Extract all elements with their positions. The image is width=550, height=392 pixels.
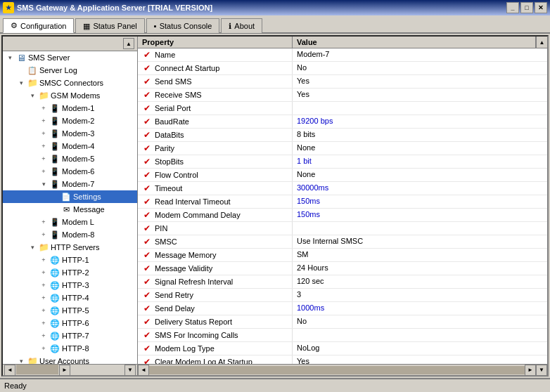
check-icon-8[interactable]: ✔ <box>142 157 152 166</box>
tree-item-modem-1[interactable]: +📱Modem-1 <box>3 102 137 115</box>
tree-item-sms-server[interactable]: ▾🖥SMS Server <box>3 51 137 64</box>
tree-item-modem-2[interactable]: +📱Modem-2 <box>3 115 137 127</box>
tree-item-modem-7-message[interactable]: ✉Message <box>3 203 137 216</box>
tree-item-modem-L[interactable]: +📱Modem L <box>3 216 137 228</box>
check-icon-11[interactable]: ✔ <box>142 197 152 207</box>
tree-expander-gsm-modems[interactable]: ▾ <box>27 90 38 101</box>
tree-expander-http-3[interactable]: + <box>38 280 49 291</box>
tree-item-gsm-modems[interactable]: ▾📁GSM Modems <box>3 89 137 102</box>
tree-item-http-7[interactable]: +🌐HTTP-7 <box>3 329 137 342</box>
tree-item-http-2[interactable]: +🌐HTTP-2 <box>3 266 137 279</box>
check-icon-16[interactable]: ✔ <box>142 263 152 273</box>
tree-item-modem-5[interactable]: +📱Modem-5 <box>3 152 137 165</box>
props-scroll-down[interactable]: ▼ <box>536 365 547 376</box>
tree-expander-http-servers[interactable]: ▾ <box>27 242 38 253</box>
props-property-label-11: Read Interval Timeout <box>155 197 231 206</box>
check-icon-20[interactable]: ✔ <box>142 317 152 327</box>
tree-item-http-servers[interactable]: ▾📁HTTP Servers <box>3 241 137 254</box>
tree-expander-http-4[interactable]: + <box>38 292 49 303</box>
props-h-right[interactable]: ► <box>525 365 536 376</box>
check-icon-6[interactable]: ✔ <box>142 130 152 140</box>
tree-expander-modem-5[interactable]: + <box>38 153 49 164</box>
check-icon-2[interactable]: ✔ <box>142 77 152 86</box>
tree-item-smsc-connectors[interactable]: ▾📁SMSC Connectors <box>3 77 137 89</box>
props-property-label-17: Signal Refresh Interval <box>155 277 233 286</box>
tree-item-user-accounts[interactable]: ▾📁User Accounts <box>3 355 137 364</box>
tree-expander-http-5[interactable]: + <box>38 305 49 316</box>
tree-item-modem-4[interactable]: +📱Modem-4 <box>3 140 137 152</box>
tree-item-http-6[interactable]: +🌐HTTP-6 <box>3 317 137 329</box>
tree-item-http-1[interactable]: +🌐HTTP-1 <box>3 254 137 266</box>
tab-about[interactable]: ℹ About <box>221 18 262 33</box>
tree-expander-http-8[interactable]: + <box>38 343 49 354</box>
tree-item-modem-3[interactable]: +📱Modem-3 <box>3 127 137 140</box>
tree-item-modem-7-settings[interactable]: 📄Settings <box>3 190 137 203</box>
check-icon-4[interactable]: ✔ <box>142 103 152 113</box>
tree-item-server-log[interactable]: 📋Server Log <box>3 64 137 77</box>
check-icon-12[interactable]: ✔ <box>142 210 152 220</box>
props-h-left[interactable]: ◄ <box>138 365 149 376</box>
tree-item-http-8[interactable]: +🌐HTTP-8 <box>3 342 137 355</box>
tree-icon-smsc-connectors: 📁 <box>27 77 38 89</box>
tree-label-modem-5: Modem-5 <box>62 155 94 163</box>
check-icon-15[interactable]: ✔ <box>142 250 152 260</box>
tree-expander-sms-server[interactable]: ▾ <box>4 52 15 63</box>
close-button[interactable]: ✕ <box>535 2 547 13</box>
tab-configuration[interactable]: ⚙ Configuration <box>3 18 74 33</box>
tree-expander-http-2[interactable]: + <box>38 267 49 278</box>
tab-status-panel[interactable]: ▦ Status Panel <box>75 18 144 33</box>
tree-expander-http-1[interactable]: + <box>38 254 49 266</box>
tree-scroll[interactable]: ▾🖥SMS Server📋Server Log▾📁SMSC Connectors… <box>3 51 137 364</box>
props-row-0: ✔ Name Modem-7 <box>138 48 547 62</box>
tree-expander-smsc-connectors[interactable]: ▾ <box>15 77 27 89</box>
check-icon-19[interactable]: ✔ <box>142 303 152 313</box>
props-property-12: ✔ Modem Command Delay <box>138 209 293 221</box>
tree-expander-modem-1[interactable]: + <box>38 103 49 114</box>
tree-item-http-5[interactable]: +🌐HTTP-5 <box>3 304 137 317</box>
check-icon-5[interactable]: ✔ <box>142 117 152 126</box>
tree-expander-http-7[interactable]: + <box>38 330 49 341</box>
check-icon-21[interactable]: ✔ <box>142 330 152 340</box>
tree-expander-modem-7[interactable]: ▾ <box>38 178 49 190</box>
tree-item-modem-8[interactable]: +📱Modem-8 <box>3 228 137 241</box>
props-property-10: ✔ Timeout <box>138 182 293 195</box>
check-icon-13[interactable]: ✔ <box>142 223 152 233</box>
maximize-button[interactable]: □ <box>520 2 533 13</box>
tab-status-console[interactable]: ▪ Status Console <box>146 18 220 33</box>
check-icon-18[interactable]: ✔ <box>142 290 152 300</box>
tree-scroll-up[interactable]: ▲ <box>123 38 134 49</box>
tree-expander-modem-6[interactable]: + <box>38 166 49 177</box>
props-scroll[interactable]: ✔ Name Modem-7 ✔ Connect At Startup No ✔… <box>138 48 547 364</box>
check-icon-7[interactable]: ✔ <box>142 143 152 153</box>
tree-h-left[interactable]: ◄ <box>4 365 15 376</box>
tree-expander-modem-4[interactable]: + <box>38 141 49 152</box>
tree-expander-user-accounts[interactable]: ▾ <box>15 355 27 364</box>
check-icon-22[interactable]: ✔ <box>142 344 152 353</box>
check-icon-1[interactable]: ✔ <box>142 63 152 73</box>
tree-item-http-3[interactable]: +🌐HTTP-3 <box>3 279 137 292</box>
tree-scroll-down[interactable]: ▼ <box>124 365 136 376</box>
tab-configuration-label: Configuration <box>20 22 66 30</box>
tree-icon-http-1: 🌐 <box>49 254 60 266</box>
check-icon-17[interactable]: ✔ <box>142 277 152 287</box>
minimize-button[interactable]: _ <box>506 2 519 13</box>
tree-item-modem-6[interactable]: +📱Modem-6 <box>3 165 137 178</box>
tree-expander-modem-L[interactable]: + <box>38 216 49 228</box>
tree-h-right[interactable]: ► <box>59 365 70 376</box>
check-icon-3[interactable]: ✔ <box>142 90 152 100</box>
check-icon-14[interactable]: ✔ <box>142 237 152 247</box>
props-property-11: ✔ Read Interval Timeout <box>138 195 293 208</box>
tree-item-modem-7[interactable]: ▾📱Modem-7 <box>3 178 137 190</box>
check-icon-9[interactable]: ✔ <box>142 170 152 180</box>
check-icon-23[interactable]: ✔ <box>142 357 152 364</box>
check-icon-0[interactable]: ✔ <box>142 50 152 60</box>
tree-expander-modem-8[interactable]: + <box>38 229 49 240</box>
props-row-19: ✔ Send Delay 1000ms <box>138 302 547 315</box>
tree-expander-http-6[interactable]: + <box>38 318 49 329</box>
tree-item-http-4[interactable]: +🌐HTTP-4 <box>3 292 137 304</box>
check-icon-10[interactable]: ✔ <box>142 183 152 193</box>
tree-expander-modem-3[interactable]: + <box>38 128 49 139</box>
tree-label-modem-6: Modem-6 <box>62 167 94 176</box>
props-scroll-up[interactable]: ▲ <box>536 37 547 48</box>
tree-expander-modem-2[interactable]: + <box>38 115 49 126</box>
